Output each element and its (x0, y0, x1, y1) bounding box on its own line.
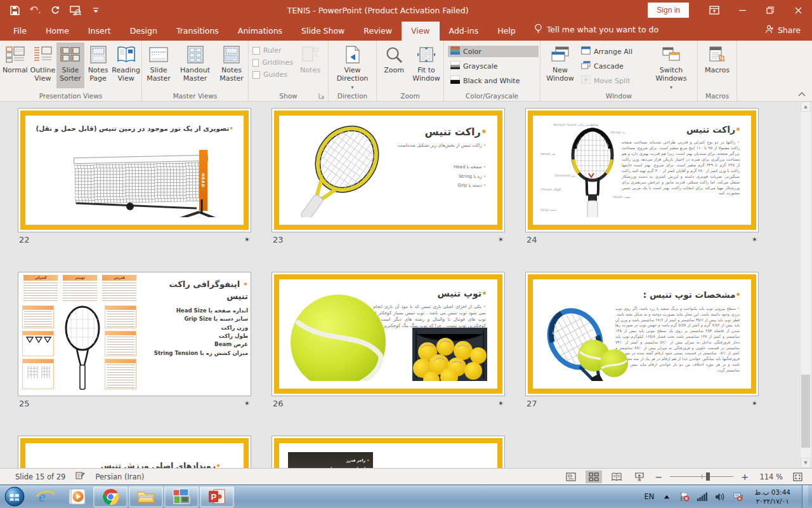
transition-star-icon[interactable]: ✶ (498, 236, 504, 244)
network-signal-icon[interactable] (697, 491, 707, 502)
tab-review[interactable]: Review (354, 22, 402, 41)
slide-thumbnail-29[interactable]: • راجر فدرر • اسطوره تنیس جهان (272, 436, 505, 468)
cascade-button[interactable]: Cascade (579, 60, 653, 72)
color-button[interactable]: Color (448, 46, 539, 57)
redo-icon[interactable] (49, 4, 61, 16)
zoom-slider-thumb[interactable] (706, 472, 710, 481)
tray-clock[interactable]: 03:44 ب.ظ ۲۰۲۲/۱۷/۰۱ (750, 488, 794, 505)
ribbon-tab-row: File Home Insert Design Transitions Anim… (0, 20, 812, 41)
scroll-down-icon[interactable]: ▼ (801, 458, 811, 468)
gridlines-checkbox[interactable]: Gridlines (250, 58, 296, 67)
slideshow-statusbar-button[interactable] (631, 471, 648, 483)
guides-checkbox[interactable]: Guides (250, 70, 296, 79)
normal-view-button[interactable]: Normal (1, 43, 29, 88)
macros-button[interactable]: Macros (702, 43, 732, 88)
start-button[interactable] (1, 486, 29, 507)
switch-windows-button[interactable]: Switch Windows ▾ (653, 43, 689, 91)
volume-icon[interactable] (715, 491, 725, 502)
handout-master-button[interactable]: Handout Master (178, 43, 213, 88)
black-and-white-button[interactable]: Black and White (448, 75, 539, 86)
fit-slide-to-window-icon[interactable] (789, 471, 806, 483)
slide-thumbnail-27[interactable]: •مشخصات توپ تنیس : • سطح بیرونی توپ باید… (525, 272, 759, 396)
save-icon[interactable] (9, 4, 20, 16)
minimize-button[interactable] (728, 0, 756, 20)
reading-view-statusbar-button[interactable] (608, 471, 625, 483)
tab-transitions[interactable]: Transitions (167, 22, 228, 41)
ribbon-display-options-icon[interactable] (700, 0, 728, 20)
powerpoint-icon: P (208, 488, 226, 505)
transition-star-icon[interactable]: ✶ (752, 399, 757, 408)
undo-icon[interactable] (29, 4, 41, 16)
zoom-slider[interactable] (670, 476, 733, 477)
slide-thumbnail-24[interactable]: •راکت تنیس • راکتها در دو نوع کنترلی و ق… (525, 108, 759, 232)
scroll-up-icon[interactable]: ▲ (801, 102, 811, 112)
media-player-button[interactable] (62, 486, 92, 507)
tab-help[interactable]: Help (488, 22, 525, 41)
normal-view-statusbar-button[interactable] (563, 471, 579, 483)
move-split-button[interactable]: Move Split (579, 75, 653, 86)
ruler-checkbox[interactable]: Ruler (250, 46, 296, 55)
zoom-out-button[interactable]: − (654, 472, 664, 482)
tab-insert[interactable]: Insert (79, 22, 121, 41)
action-center-flag-icon[interactable] (679, 491, 690, 502)
notes-button[interactable]: Notes (296, 43, 325, 88)
powerpoint-taskbar-button[interactable]: P (200, 486, 234, 507)
new-window-button[interactable]: New Window (542, 43, 579, 88)
tab-view[interactable]: View (402, 22, 440, 41)
show-desktop-button[interactable] (802, 485, 808, 508)
group-label: Window (540, 92, 697, 100)
close-button[interactable] (784, 0, 812, 20)
zoom-percentage[interactable]: 114 % (756, 472, 783, 481)
restore-button[interactable] (756, 0, 784, 20)
spell-check-icon[interactable] (75, 471, 85, 482)
transition-star-icon[interactable]: ✶ (244, 399, 250, 408)
internet-explorer-button[interactable]: e (30, 486, 60, 507)
outline-view-button[interactable]: Outline View (29, 43, 57, 88)
slide-thumbnail-22[interactable]: •تصویری از یک تور موجود در زمین تنیس (قا… (18, 108, 251, 232)
customize-qat-icon[interactable] (90, 4, 102, 16)
start-from-beginning-icon[interactable] (70, 4, 81, 16)
notes-page-button[interactable]: Notes Page (84, 43, 112, 88)
file-explorer-button[interactable] (129, 486, 163, 507)
checkbox-icon (252, 47, 260, 55)
tab-add-ins[interactable]: Add-ins (440, 22, 488, 41)
sign-in-button[interactable]: Sign in (648, 3, 689, 18)
slide-thumbnail-26[interactable]: •توپ تنیس • یکی از اجزای اصلی بازی تنیس … (272, 272, 505, 396)
transition-star-icon[interactable]: ✶ (752, 236, 757, 244)
transition-star-icon[interactable]: ✶ (498, 399, 504, 408)
grayscale-button[interactable]: Grayscale (448, 60, 539, 72)
slide-thumbnail-25[interactable]: • اینفوگرافی راکت تنیس اندازه صفحه یا He… (18, 272, 251, 396)
share-button[interactable]: Share (754, 20, 812, 41)
slide-master-button[interactable]: Slide Master (144, 43, 174, 88)
slide-thumbnail-28[interactable]: •رویدادهای اصلی ورزش تنیس (18, 436, 251, 468)
notes-master-button[interactable]: Notes Master (217, 43, 247, 88)
notes-master-icon (221, 44, 242, 65)
zoom-button[interactable]: Zoom (379, 43, 409, 88)
fit-to-window-button[interactable]: Fit to Window (412, 43, 442, 88)
arrange-all-button[interactable]: Arrange All (579, 46, 653, 57)
tab-home[interactable]: Home (36, 22, 79, 41)
language-indicator[interactable]: Persian (Iran) (95, 472, 144, 481)
tab-design[interactable]: Design (121, 22, 167, 41)
transition-star-icon[interactable]: ✶ (244, 236, 250, 244)
tab-slide-show[interactable]: Slide Show (292, 22, 354, 41)
show-hidden-icons-button[interactable] (662, 491, 672, 502)
view-direction-button[interactable]: View Direction ▾ (335, 43, 370, 91)
slide-sorter-button[interactable]: Slide Sorter (56, 43, 84, 88)
tell-me-box[interactable]: Tell me what you want to do (525, 19, 667, 41)
tab-animations[interactable]: Animations (228, 22, 292, 41)
media-player-icon (68, 488, 86, 505)
zoom-in-button[interactable]: + (740, 472, 750, 482)
slide-sorter-statusbar-button[interactable] (586, 471, 602, 483)
reading-view-button[interactable]: Reading View (112, 43, 140, 88)
reading-view-icon (115, 44, 137, 65)
vertical-scrollbar[interactable]: ▲ ▼ (801, 102, 811, 468)
slide-thumbnail-23[interactable]: •راکت تنیس • راکت تنیس از بخش‌های زیر تش… (272, 108, 505, 232)
language-tray-indicator[interactable]: EN (645, 492, 655, 501)
chrome-taskbar-button[interactable] (93, 486, 128, 507)
scrollbar-thumb[interactable] (801, 375, 810, 448)
photo-gallery-button[interactable] (164, 486, 199, 507)
collapse-ribbon-icon[interactable] (798, 90, 806, 98)
network-disconnected-icon[interactable] (733, 491, 743, 502)
tab-file[interactable]: File (4, 22, 36, 41)
